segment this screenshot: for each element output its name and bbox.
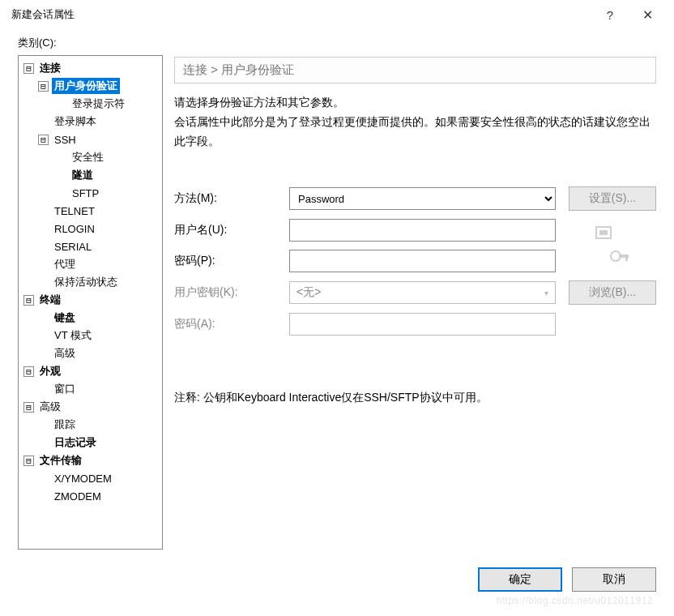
desc-line1: 请选择身份验证方法和其它参数。	[174, 93, 656, 113]
browse-button: 浏览(B)...	[569, 280, 656, 305]
tree-toggle-file-transfer[interactable]: ⊟	[23, 456, 34, 466]
userkey-value: <无>	[296, 285, 321, 300]
tree-item-ssh[interactable]: SSH	[52, 133, 79, 147]
tree-item-serial[interactable]: SERIAL	[52, 240, 94, 254]
key-icon-tail	[569, 250, 656, 272]
note-text: 注释: 公钥和Keyboard Interactive仅在SSH/SFTP协议中…	[174, 391, 656, 405]
tree-item-window[interactable]: 窗口	[52, 381, 78, 397]
tree-item-tunnel[interactable]: 隧道	[70, 167, 96, 183]
desc-line2: 会话属性中此部分是为了登录过程更便捷而提供的。如果需要安全性很高的状态的话建议您…	[174, 113, 656, 152]
chevron-down-icon: ▾	[544, 289, 548, 297]
tree-item-keepalive[interactable]: 保持活动状态	[52, 274, 120, 290]
tree-toggle-auth[interactable]: ⊟	[38, 81, 49, 92]
tree-item-xymodem[interactable]: X/YMODEM	[52, 472, 114, 486]
ok-button[interactable]: 确定	[478, 567, 562, 592]
userkey-label: 用户密钥(K):	[174, 285, 289, 300]
method-label: 方法(M):	[174, 191, 289, 206]
tree-item-sftp[interactable]: SFTP	[70, 186, 101, 200]
tree-item-login-prompt[interactable]: 登录提示符	[70, 96, 127, 112]
category-label: 类别(C):	[18, 36, 656, 50]
tree-item-file-transfer[interactable]: 文件传输	[37, 452, 84, 468]
tree-item-connection[interactable]: 连接	[37, 60, 63, 76]
settings-button: 设置(S)...	[569, 186, 656, 211]
key-icon	[569, 219, 656, 242]
tree-item-login-script[interactable]: 登录脚本	[52, 113, 99, 130]
tree-item-zmodem[interactable]: ZMODEM	[52, 490, 104, 503]
tree-item-vt-mode[interactable]: VT 模式	[52, 327, 94, 344]
tree-toggle-advanced[interactable]: ⊟	[23, 402, 34, 413]
username-label: 用户名(U):	[174, 223, 289, 237]
cancel-button[interactable]: 取消	[572, 567, 656, 592]
watermark: https://blog.csdn.net/u012011912	[497, 595, 653, 606]
tree-item-keyboard[interactable]: 键盘	[52, 310, 78, 326]
tree-item-telnet[interactable]: TELNET	[52, 204, 97, 218]
tree-toggle-ssh[interactable]: ⊟	[38, 135, 49, 145]
breadcrumb: 连接 > 用户身份验证	[174, 57, 656, 83]
svg-rect-4	[625, 255, 628, 261]
password-label: 密码(P):	[174, 254, 289, 268]
username-input[interactable]	[289, 219, 556, 242]
tree-item-advanced-term[interactable]: 高级	[52, 345, 78, 361]
tree-item-security[interactable]: 安全性	[70, 149, 106, 165]
settings-panel: 连接 > 用户身份验证 请选择身份验证方法和其它参数。 会话属性中此部分是为了登…	[174, 55, 656, 550]
svg-rect-1	[599, 230, 608, 235]
titlebar: 新建会话属性 ? ✕	[0, 0, 674, 29]
description: 请选择身份验证方法和其它参数。 会话属性中此部分是为了登录过程更便捷而提供的。如…	[174, 93, 656, 151]
tree-toggle-terminal[interactable]: ⊟	[23, 295, 34, 306]
tree-item-trace[interactable]: 跟踪	[52, 417, 78, 433]
window-title: 新建会话属性	[11, 7, 591, 22]
tree-toggle-appearance[interactable]: ⊟	[23, 366, 34, 377]
close-button[interactable]: ✕	[629, 2, 666, 27]
tree-item-terminal[interactable]: 终端	[37, 292, 63, 308]
tree-item-auth[interactable]: 用户身份验证	[52, 78, 120, 94]
tree-item-appearance[interactable]: 外观	[37, 363, 63, 379]
tree-toggle-connection[interactable]: ⊟	[23, 63, 34, 74]
method-select[interactable]: Password	[289, 187, 556, 210]
help-button[interactable]: ?	[591, 2, 629, 27]
tree-item-rlogin[interactable]: RLOGIN	[52, 222, 97, 236]
tree-item-proxy[interactable]: 代理	[52, 256, 78, 272]
keypass-label: 密码(A):	[174, 317, 289, 332]
keypass-input	[289, 313, 556, 336]
userkey-select: <无> ▾	[289, 281, 556, 304]
dialog-buttons: 确定 取消	[0, 558, 674, 592]
tree-item-logging[interactable]: 日志记录	[52, 434, 99, 451]
category-tree[interactable]: ⊟ 连接 ⊟ 用户身份验证 登录提示符	[18, 55, 163, 550]
tree-item-advanced[interactable]: 高级	[37, 399, 63, 415]
password-input[interactable]	[289, 250, 556, 272]
